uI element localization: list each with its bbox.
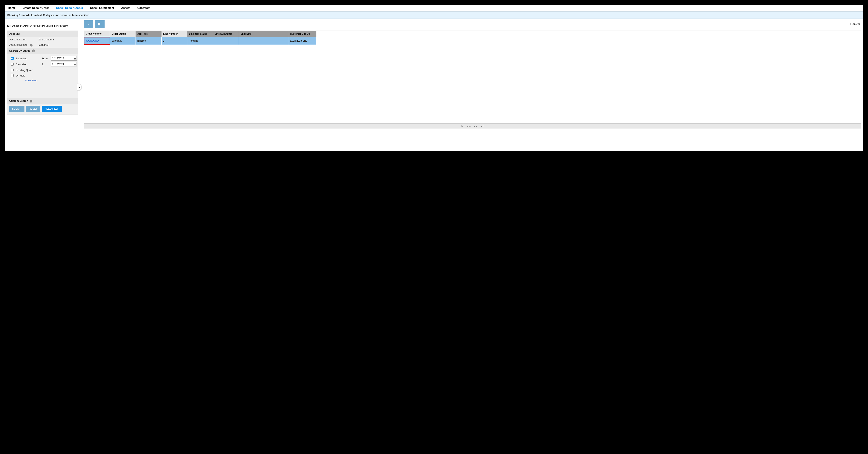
tab-home[interactable]: Home bbox=[7, 5, 17, 11]
column-header[interactable]: Line Number bbox=[161, 31, 187, 37]
ship-date-cell bbox=[239, 37, 288, 44]
date-value: 12/19/2023 bbox=[52, 57, 64, 60]
filter-panel: Account Account Name Zebra Internal Acco… bbox=[7, 31, 78, 115]
submit-button[interactable]: SUBMIT bbox=[9, 106, 25, 112]
job-type-cell: Billable bbox=[136, 37, 161, 44]
results-grid: Order NumberOrder StatusJob TypeLine Num… bbox=[84, 31, 861, 129]
info-icon[interactable]: i bbox=[32, 50, 35, 52]
tab-check-entitlement[interactable]: Check Entitlement bbox=[89, 5, 115, 11]
order-number-cell[interactable]: XXXXXXXX bbox=[84, 37, 110, 44]
tab-assets[interactable]: Assets bbox=[120, 5, 131, 11]
account-section-header: Account bbox=[7, 31, 78, 37]
custom-search-header[interactable]: Custom Search i bbox=[7, 98, 78, 104]
line-item-status-cell: Pending bbox=[187, 37, 213, 44]
calendar-icon: ▦ bbox=[74, 63, 76, 66]
account-number-value: 6088923 bbox=[38, 43, 49, 46]
svg-rect-1 bbox=[99, 23, 100, 26]
from-label: From bbox=[42, 57, 51, 60]
reset-button[interactable]: RESET bbox=[26, 106, 40, 112]
pager-first-icon[interactable]: I◄ bbox=[461, 125, 464, 127]
tab-contracts[interactable]: Contracts bbox=[136, 5, 151, 11]
column-header[interactable]: Line SubStatus bbox=[213, 31, 239, 37]
from-date-input[interactable]: 12/19/2023▦ bbox=[51, 56, 77, 61]
status-option-label: Submitted bbox=[16, 57, 27, 60]
pager: I◄ ◄◄ ►► ►I bbox=[84, 123, 861, 129]
grid-scroll[interactable]: Order NumberOrder StatusJob TypeLine Num… bbox=[84, 31, 861, 123]
line-substatus-cell bbox=[213, 37, 239, 44]
checkbox[interactable] bbox=[11, 69, 13, 71]
account-name-label: Account Name bbox=[9, 38, 35, 41]
column-header[interactable]: Job Type bbox=[136, 31, 161, 37]
info-icon[interactable]: i bbox=[30, 44, 33, 46]
download-icon bbox=[87, 22, 90, 26]
account-name-value: Zebra Internal bbox=[38, 38, 55, 41]
status-option-label: On Hold bbox=[16, 74, 25, 77]
status-option-submitted[interactable]: Submitted bbox=[10, 56, 42, 60]
status-option-label: Pending Quote bbox=[16, 69, 33, 71]
info-icon[interactable]: i bbox=[30, 100, 32, 102]
column-header[interactable]: Ship Date bbox=[239, 31, 288, 37]
checkbox[interactable] bbox=[11, 57, 13, 60]
order-status-cell: Submitted bbox=[110, 37, 136, 44]
page-title: REPAIR ORDER STATUS AND HISTORY bbox=[7, 25, 78, 28]
svg-rect-2 bbox=[101, 23, 101, 26]
status-option-pending-quote[interactable]: Pending Quote bbox=[10, 68, 42, 72]
column-header[interactable]: Order Status bbox=[110, 31, 136, 37]
need-help-button[interactable]: NEED HELP bbox=[42, 106, 62, 112]
chevron-left-icon: ◄ bbox=[78, 86, 81, 89]
show-more-link[interactable]: Show More bbox=[7, 79, 78, 86]
record-range: 1 - 3 of 3 bbox=[850, 23, 861, 26]
date-value: 01/19/2024 bbox=[52, 63, 64, 66]
column-header[interactable]: Customer Due Da bbox=[288, 31, 316, 37]
order-number-link[interactable]: XXXXXXXX bbox=[86, 39, 99, 42]
tab-create-repair-order[interactable]: Create Repair Order bbox=[22, 5, 50, 11]
column-header[interactable]: Order Number bbox=[84, 31, 110, 37]
to-date-input[interactable]: 01/19/2024▦ bbox=[51, 62, 77, 66]
calendar-icon: ▦ bbox=[74, 57, 76, 60]
table-row[interactable]: XXXXXXXXSubmittedBillable1Pending11/26/2… bbox=[84, 37, 316, 44]
checkbox[interactable] bbox=[11, 63, 13, 66]
info-banner: Showing 3 records from last 90 days as n… bbox=[5, 11, 863, 19]
account-number-label: Account Number i bbox=[9, 43, 35, 46]
tab-bar: HomeCreate Repair OrderCheck Repair Stat… bbox=[5, 5, 863, 11]
columns-icon bbox=[98, 23, 102, 26]
tab-check-repair-status[interactable]: Check Repair Status bbox=[55, 5, 84, 11]
customer-due-cell: 11/26/2023 11:0 bbox=[288, 37, 316, 44]
svg-rect-0 bbox=[98, 23, 99, 26]
pager-last-icon[interactable]: ►I bbox=[481, 125, 484, 127]
status-option-on-hold[interactable]: On Hold bbox=[10, 73, 42, 77]
pager-next-icon[interactable]: ►► bbox=[474, 125, 478, 127]
column-header[interactable]: Line Item Status bbox=[187, 31, 213, 37]
to-label: To bbox=[42, 63, 51, 66]
columns-button[interactable] bbox=[95, 20, 104, 28]
status-option-cancelled[interactable]: Cancelled bbox=[10, 62, 42, 66]
download-button[interactable] bbox=[84, 20, 93, 28]
status-option-label: Cancelled bbox=[16, 63, 27, 66]
checkbox[interactable] bbox=[11, 74, 13, 77]
line-number-cell: 1 bbox=[161, 37, 187, 44]
search-by-status-header[interactable]: Search By Status i bbox=[7, 48, 78, 54]
pager-prev-icon[interactable]: ◄◄ bbox=[467, 125, 471, 127]
